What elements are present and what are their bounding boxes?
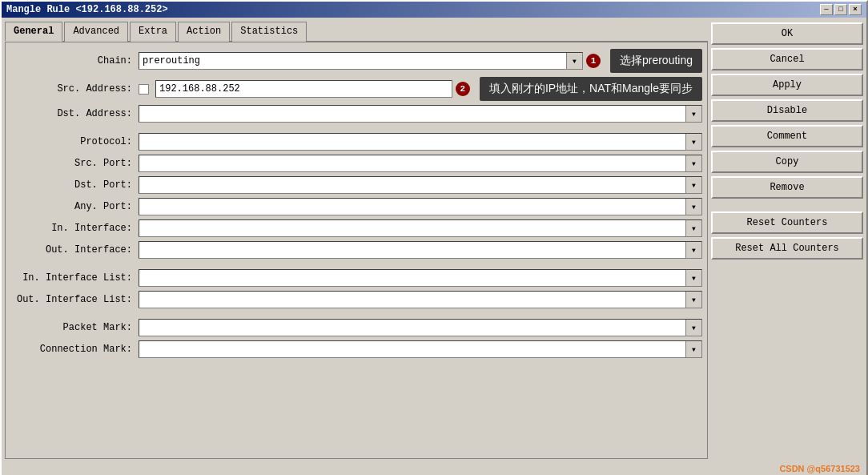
src-port-input[interactable] [139,155,685,171]
apply-button[interactable]: Apply [711,74,863,96]
dst-port-row: Dst. Port: ▼ [10,176,702,194]
tab-general[interactable]: General [5,22,62,42]
out-interface-control: ▼ [139,241,702,259]
any-port-input-wrapper: ▼ [139,198,702,215]
in-interface-dropdown-btn[interactable]: ▼ [685,220,701,236]
cancel-button[interactable]: Cancel [711,48,863,70]
title-bar: Mangle Rule <192.168.88.252> ─ □ × [2,2,866,18]
packet-mark-dropdown-btn[interactable]: ▼ [685,320,701,336]
dst-address-label: Dst. Address: [10,108,139,119]
remove-button[interactable]: Remove [711,176,863,199]
maximize-button[interactable]: □ [834,4,847,15]
dst-address-row: Dst. Address: ▼ [10,105,702,123]
packet-mark-row: Packet Mark: ▼ [10,319,702,336]
out-interface-input-wrapper: ▼ [139,241,702,259]
connection-mark-input[interactable] [139,341,685,357]
out-interface-list-input-wrapper: ▼ [139,291,702,308]
src-port-dropdown-btn[interactable]: ▼ [685,155,701,171]
in-interface-list-control: ▼ [139,269,702,287]
dst-address-input[interactable] [139,106,685,122]
badge-1: 1 [586,54,601,68]
minimize-button[interactable]: ─ [820,4,833,15]
form-area: Chain: ▼ 1 选择prerouting Src. Address: [5,42,708,459]
out-interface-row: Out. Interface: ▼ [10,241,702,259]
in-interface-row: In. Interface: ▼ [10,219,702,237]
in-interface-list-label: In. Interface List: [10,272,139,284]
src-address-checkbox[interactable] [139,84,149,95]
src-port-control: ▼ [139,155,702,172]
reset-all-counters-button[interactable]: Reset All Counters [711,237,863,260]
out-interface-list-dropdown-btn[interactable]: ▼ [685,292,701,308]
tooltip-2: 填入刚才的IP地址，NAT和Mangle要同步 [480,77,702,101]
dst-address-control: ▼ [139,105,702,123]
any-port-control: ▼ [139,198,702,215]
out-interface-list-label: Out. Interface List: [10,294,139,305]
ok-button[interactable]: OK [711,22,863,45]
in-interface-control: ▼ [139,219,702,237]
tooltip-1: 选择prerouting [610,49,702,73]
protocol-label: Protocol: [10,136,139,147]
packet-mark-label: Packet Mark: [10,322,139,333]
src-address-input[interactable] [156,81,452,97]
dst-port-dropdown-btn[interactable]: ▼ [685,177,701,193]
protocol-control: ▼ [139,133,702,151]
disable-button[interactable]: Disable [711,99,863,122]
dst-port-input-wrapper: ▼ [139,176,702,194]
main-panel: General Advanced Extra Action Statistics… [5,21,708,459]
in-interface-list-dropdown-btn[interactable]: ▼ [685,270,701,286]
tab-advanced[interactable]: Advanced [64,22,128,42]
title-bar-buttons: ─ □ × [820,4,862,15]
connection-mark-control: ▼ [139,340,702,358]
chain-input[interactable] [139,53,566,69]
in-interface-input[interactable] [139,220,685,236]
side-buttons-panel: OK Cancel Apply Disable Comment Copy Rem… [711,21,863,459]
dst-port-label: Dst. Port: [10,179,139,191]
tab-action[interactable]: Action [178,22,230,42]
protocol-input[interactable] [139,134,685,150]
out-interface-list-control: ▼ [139,291,702,308]
protocol-input-wrapper: ▼ [139,133,702,151]
packet-mark-input-wrapper: ▼ [139,319,702,336]
connection-mark-input-wrapper: ▼ [139,340,702,358]
badge-2: 2 [456,82,470,96]
connection-mark-dropdown-btn[interactable]: ▼ [685,341,701,357]
any-port-input[interactable] [139,199,685,215]
chain-control: ▼ 1 选择prerouting [139,49,702,73]
packet-mark-input[interactable] [139,320,685,336]
dst-address-dropdown-btn[interactable]: ▼ [685,106,701,122]
out-interface-label: Out. Interface: [10,244,139,256]
out-interface-input[interactable] [139,242,685,258]
any-port-dropdown-btn[interactable]: ▼ [685,199,701,215]
close-button[interactable]: × [849,4,862,15]
src-address-row: Src. Address: 2 填入刚才的IP地址，NAT和Mangle要同步 [10,77,702,101]
src-port-input-wrapper: ▼ [139,155,702,172]
chain-row: Chain: ▼ 1 选择prerouting [10,49,702,73]
copy-button[interactable]: Copy [711,151,863,173]
dst-port-control: ▼ [139,176,702,194]
src-address-control: 2 填入刚才的IP地址，NAT和Mangle要同步 [139,77,702,101]
protocol-row: Protocol: ▼ [10,133,702,151]
reset-counters-button[interactable]: Reset Counters [711,211,863,234]
protocol-dropdown-btn[interactable]: ▼ [685,134,701,150]
in-interface-list-input[interactable] [139,270,685,286]
main-content: General Advanced Extra Action Statistics… [2,18,866,462]
dst-port-input[interactable] [139,177,685,193]
packet-mark-control: ▼ [139,319,702,336]
out-interface-list-input[interactable] [139,292,685,308]
mangle-rule-window: Mangle Rule <192.168.88.252> ─ □ × Gener… [0,0,868,475]
in-interface-list-input-wrapper: ▼ [139,269,702,287]
src-port-label: Src. Port: [10,158,139,169]
in-interface-list-row: In. Interface List: ▼ [10,269,702,287]
out-interface-dropdown-btn[interactable]: ▼ [685,242,701,258]
chain-label: Chain: [10,55,139,66]
tab-extra[interactable]: Extra [130,22,176,42]
comment-button[interactable]: Comment [711,125,863,147]
chain-input-wrapper: ▼ [139,52,583,70]
chain-dropdown-btn[interactable]: ▼ [566,53,582,69]
in-interface-input-wrapper: ▼ [139,219,702,237]
out-interface-list-row: Out. Interface List: ▼ [10,291,702,308]
src-address-label: Src. Address: [10,83,139,95]
window-title: Mangle Rule <192.168.88.252> [6,4,168,15]
tab-statistics[interactable]: Statistics [231,22,307,42]
any-port-label: Any. Port: [10,201,139,212]
